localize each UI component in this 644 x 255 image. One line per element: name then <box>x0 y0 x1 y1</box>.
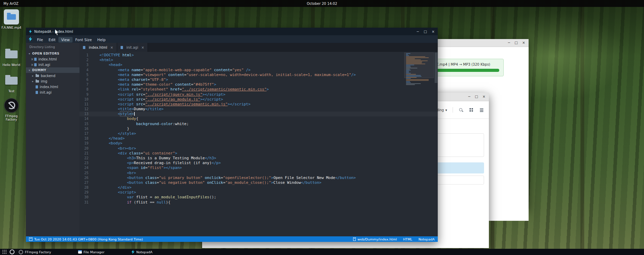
menu-font-size[interactable]: Font Size <box>73 37 95 42</box>
line-number: 3 <box>79 63 91 67</box>
line-number: 1 <box>79 53 91 58</box>
close-icon[interactable]: × <box>483 93 485 101</box>
line-number: 27 <box>79 180 91 185</box>
grid-view-icon[interactable] <box>469 107 474 112</box>
file-icon <box>83 46 85 49</box>
menu-edit[interactable]: Edit <box>46 37 58 42</box>
code-line-29: 29 <script> <box>79 190 438 195</box>
list-view-icon[interactable] <box>479 107 484 112</box>
open-editors-section[interactable]: ▾ OPEN EDITORS <box>26 51 79 56</box>
code-line-15: 15 background-color:white; <box>79 122 438 126</box>
close-icon[interactable]: × <box>110 46 113 49</box>
file-name: init.agi <box>40 91 51 94</box>
top-menu-bar: My ArOZ October 20 14:02 <box>0 0 644 7</box>
code-line-23: 23 <p>Received drag-in filelist (if any)… <box>79 161 438 166</box>
code-line-11: 11 <script src="../script/semantic/seman… <box>79 102 438 107</box>
taskbar-item-ffmpeg-factory[interactable]: FFmpeg Factory <box>19 250 51 254</box>
close-icon[interactable]: × <box>522 39 525 47</box>
close-icon[interactable]: × <box>31 57 34 61</box>
scrollbar[interactable] <box>434 52 438 236</box>
minimap[interactable] <box>405 53 432 85</box>
sidebar: Directory Listing ▾ OPEN EDITORS ×index.… <box>26 43 79 236</box>
close-icon[interactable]: × <box>141 46 144 49</box>
file-icon <box>121 46 123 49</box>
file-name: index.html <box>40 85 58 89</box>
maximize-icon[interactable]: □ <box>475 93 478 101</box>
search-icon[interactable] <box>458 107 463 112</box>
chevron-down-icon: ▾ <box>29 69 32 72</box>
file-name: img <box>41 79 47 83</box>
desktop-icon-hello-world[interactable]: Hello World <box>1 46 21 67</box>
tree-item-img[interactable]: ▸img <box>26 78 79 84</box>
line-number: 18 <box>79 136 91 141</box>
tab-label: index.html <box>89 46 107 49</box>
tree-item-backend[interactable]: ▸backend <box>26 73 79 78</box>
launcher-icon[interactable] <box>10 249 15 254</box>
notepada-window: NotepadA - index.html ─ □ × FileEditView… <box>26 28 438 242</box>
taskbar: FFmpeg FactoryFile ManagerNotepadA <box>0 249 644 255</box>
scrollbar-thumb[interactable] <box>435 53 437 83</box>
line-number: 8 <box>79 87 91 92</box>
line-number: 25 <box>79 171 91 176</box>
code-line-24: 24 <span id="flist"></span> <box>79 166 438 170</box>
desktop-icon-test[interactable]: Test <box>1 73 21 93</box>
file-icon <box>353 237 356 241</box>
line-number: 21 <box>79 151 91 156</box>
code-line-14: 14 body{ <box>79 116 438 121</box>
code-editor[interactable]: 1<!DOCTYPE html>2<html>3 <head>4 <meta n… <box>79 52 438 236</box>
line-number: 12 <box>79 107 91 112</box>
file-name: index.html <box>38 57 57 61</box>
line-number: 10 <box>79 97 91 102</box>
tab-label: init.agi <box>126 46 138 49</box>
line-number: 6 <box>79 77 91 82</box>
open-editor-index-html[interactable]: ×index.html <box>26 56 79 62</box>
minimize-icon[interactable]: ─ <box>417 30 419 34</box>
open-editor-init-agi[interactable]: ×init.agi <box>26 62 79 67</box>
code-line-22: 22 <h3>This is a Dummy Testing Module</h… <box>79 156 438 161</box>
tab-index-html[interactable]: index.html× <box>79 43 117 52</box>
maximize-icon[interactable]: □ <box>514 39 518 47</box>
code-line-8: 8 <link rel="stylesheet" href="../script… <box>79 87 438 92</box>
chevron-down-icon: ▾ <box>445 108 447 112</box>
minimize-icon[interactable]: ─ <box>508 39 510 47</box>
folder-icon <box>5 77 18 85</box>
line-number: 20 <box>79 146 91 151</box>
maximize-icon[interactable]: □ <box>424 30 427 34</box>
code-line-19: 19 <body> <box>79 141 438 146</box>
divider <box>453 107 453 113</box>
menu-help[interactable]: Help <box>95 37 108 42</box>
code-line-20: 20 <br><br> <box>79 146 438 151</box>
notepada-icon <box>131 250 134 254</box>
code-line-17: 17 </style> <box>79 131 438 136</box>
status-language[interactable]: HTML <box>403 237 412 241</box>
notepada-logo-icon <box>29 30 32 34</box>
desktop-icon-f-a-nne-mp4[interactable]: F.A.NNE.mp4 <box>1 9 21 29</box>
notepada-titlebar[interactable]: NotepadA - index.html ─ □ × <box>26 28 438 35</box>
desktop-icon-ffmpeg-factory[interactable]: FFmpeg Factory <box>1 97 21 121</box>
code-line-3: 3 <head> <box>79 63 438 67</box>
close-icon[interactable]: × <box>31 63 34 67</box>
taskbar-item-label: File Manager <box>84 250 105 254</box>
line-number: 5 <box>79 73 91 77</box>
start-menu-icon[interactable] <box>2 249 7 254</box>
line-number: 29 <box>79 190 91 195</box>
code-line-28: 28 </div> <box>79 185 438 190</box>
menu-file[interactable]: File <box>34 37 46 42</box>
line-number: 11 <box>79 102 91 107</box>
minimize-icon[interactable]: ─ <box>468 93 470 101</box>
folder-icon <box>36 80 39 83</box>
tab-bar: index.html×init.agi× <box>79 43 438 52</box>
taskbar-item-notepada[interactable]: NotepadA <box>131 250 152 254</box>
topbar-brand[interactable]: My ArOZ <box>3 2 18 6</box>
tab-init-agi[interactable]: init.agi× <box>117 43 148 52</box>
line-number: 9 <box>79 92 91 97</box>
tree-item-index-html[interactable]: index.html <box>26 84 79 89</box>
chevron-right-icon: ▸ <box>32 74 36 77</box>
menu-view[interactable]: View <box>58 37 73 42</box>
close-icon[interactable]: × <box>432 30 435 34</box>
file-manager-icon <box>78 250 82 254</box>
line-number: 13 <box>79 112 91 116</box>
taskbar-item-file-manager[interactable]: File Manager <box>78 250 105 254</box>
tree-item-init-agi[interactable]: init.agi <box>26 89 79 95</box>
folder-dummy[interactable]: ▾ DUMMY <box>26 67 79 73</box>
